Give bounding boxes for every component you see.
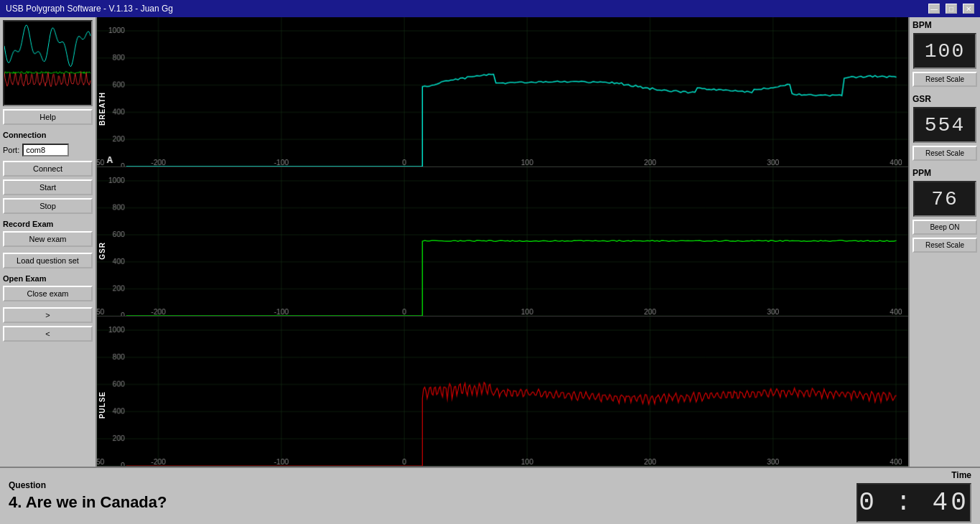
close-exam-button[interactable]: Close exam	[3, 286, 93, 301]
charts-area: BREATH GSR PULSE	[97, 17, 908, 467]
reset-scale-1-button[interactable]: Reset Scale	[913, 72, 977, 87]
time-label: Time	[951, 470, 971, 480]
gsr-label: GSR	[98, 242, 106, 260]
right-panel: BPM 100 Reset Scale GSR 554 Reset Scale …	[908, 17, 980, 467]
time-display: 0 : 40	[857, 483, 971, 523]
maximize-button[interactable]: □	[946, 4, 957, 14]
minimize-button[interactable]: —	[928, 4, 940, 14]
title-text: USB Polygraph Software - V.1.13 - Juan G…	[6, 4, 173, 14]
bottom-bar: Question 4. Are we in Canada? Time 0 : 4…	[0, 467, 980, 524]
preview-box	[3, 20, 93, 106]
port-input[interactable]	[22, 144, 69, 156]
gsr-display: 554	[913, 107, 976, 143]
sidebar: Help Connection Port: Connect Start Stop…	[0, 17, 97, 467]
connection-label: Connection	[3, 131, 93, 139]
bpm-label: BPM	[913, 20, 932, 30]
close-button[interactable]: ✕	[963, 4, 974, 14]
breath-chart: BREATH	[97, 17, 908, 167]
stop-button[interactable]: Stop	[3, 198, 93, 214]
gsr-chart: GSR	[97, 167, 908, 317]
open-exam-label: Open Exam	[3, 274, 93, 283]
question-area: Question 4. Are we in Canada?	[9, 480, 857, 512]
record-exam-label: Record Exam	[3, 220, 93, 228]
gsr-panel-label: GSR	[913, 94, 931, 104]
gsr-canvas	[97, 167, 908, 317]
beep-on-button[interactable]: Beep ON	[913, 220, 977, 235]
pulse-label: PULSE	[98, 391, 106, 418]
title-bar: USB Polygraph Software - V.1.13 - Juan G…	[0, 0, 980, 17]
breath-label: BREATH	[98, 92, 106, 126]
next-button[interactable]: >	[3, 307, 93, 323]
question-label: Question	[9, 480, 857, 490]
prev-button[interactable]: <	[3, 326, 93, 342]
time-area: Time 0 : 40	[857, 470, 971, 523]
ppm-display: 76	[913, 181, 976, 217]
load-question-set-button[interactable]: Load question set	[3, 253, 93, 268]
connect-button[interactable]: Connect	[3, 161, 93, 177]
start-button[interactable]: Start	[3, 179, 93, 195]
breath-canvas	[97, 17, 908, 167]
ppm-label: PPM	[913, 168, 931, 178]
help-button[interactable]: Help	[3, 109, 93, 125]
bpm-display: 100	[913, 33, 976, 69]
reset-scale-3-button[interactable]: Reset Scale	[913, 238, 977, 253]
question-text: 4. Are we in Canada?	[9, 493, 857, 512]
pulse-chart: PULSE	[97, 317, 908, 467]
pulse-canvas	[97, 317, 908, 466]
port-label: Port:	[3, 146, 19, 154]
reset-scale-2-button[interactable]: Reset Scale	[913, 146, 977, 161]
new-exam-button[interactable]: New exam	[3, 231, 93, 247]
